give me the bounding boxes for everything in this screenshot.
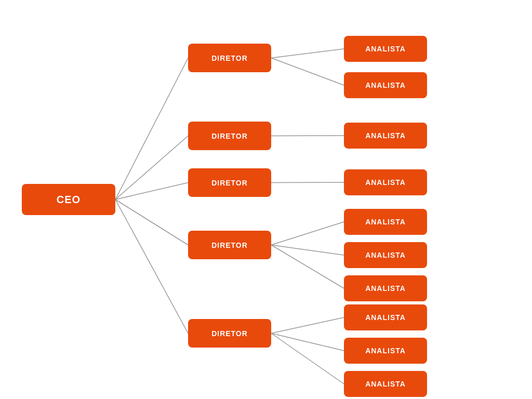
analyst-node-a6: ANALISTA — [344, 242, 427, 268]
analyst-node-a9: ANALISTA — [344, 338, 427, 364]
analyst-node-a5: ANALISTA — [344, 209, 427, 235]
director-node-d4: DIRETOR — [188, 231, 271, 259]
svg-line-5 — [271, 49, 344, 58]
svg-line-1 — [115, 136, 188, 200]
director-node-d5: DIRETOR — [188, 319, 271, 348]
svg-line-11 — [271, 245, 344, 289]
svg-line-7 — [271, 136, 344, 136]
analyst-node-a3: ANALISTA — [344, 123, 427, 149]
analyst-node-a7: ANALISTA — [344, 275, 427, 301]
svg-line-0 — [115, 58, 188, 200]
analyst-node-a4: ANALISTA — [344, 169, 427, 195]
svg-line-8 — [271, 182, 344, 183]
svg-line-3 — [115, 200, 188, 245]
analyst-node-a2: ANALISTA — [344, 72, 427, 98]
analyst-node-a8: ANALISTA — [344, 304, 427, 330]
analyst-node-a10: ANALISTA — [344, 371, 427, 397]
ceo-node: CEO — [22, 184, 115, 215]
org-chart: CEODIRETORDIRETORDIRETORDIRETORDIRETORAN… — [11, 7, 521, 392]
svg-line-14 — [271, 334, 344, 384]
director-node-d2: DIRETOR — [188, 122, 271, 150]
svg-line-13 — [271, 334, 344, 351]
director-node-d1: DIRETOR — [188, 44, 271, 72]
svg-line-2 — [115, 183, 188, 200]
analyst-node-a1: ANALISTA — [344, 36, 427, 62]
svg-line-12 — [271, 317, 344, 334]
svg-line-4 — [115, 200, 188, 334]
svg-line-6 — [271, 58, 344, 86]
svg-line-9 — [271, 222, 344, 245]
svg-line-10 — [271, 245, 344, 256]
director-node-d3: DIRETOR — [188, 168, 271, 197]
